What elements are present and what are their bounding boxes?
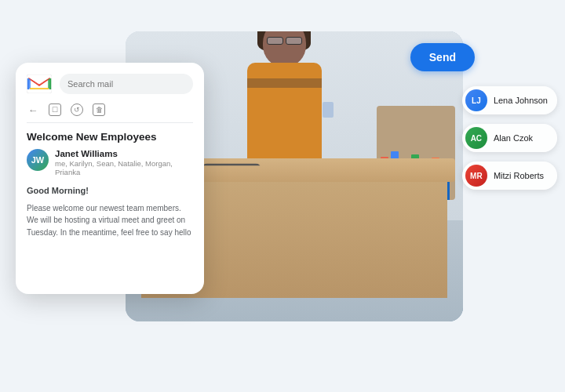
recipient-item-2: AC Alan Czok [462,124,557,152]
recipient-item-3: MR Mitzi Roberts [462,162,557,190]
sender-name: Janet Williams [55,149,193,158]
divider [27,122,193,123]
gmail-toolbar: ← ☐ ↺ 🗑 [16,100,204,122]
recipient-name-3: Mitzi Roberts [494,171,544,180]
sender-avatar: JW [27,149,49,171]
email-subject: Welcome New Employees [16,131,204,149]
recipients-panel: LJ Lena Johnson AC Alan Czok MR Mitzi Ro… [462,86,557,190]
sender-info: Janet Williams me, Karilyn, Sean, Natali… [55,149,193,176]
inbox-icon[interactable]: ☐ [49,103,61,116]
send-button[interactable]: Send [410,43,475,71]
recipient-item: LJ Lena Johnson [462,86,557,114]
recipient-name-1: Lena Johnson [494,96,548,105]
email-body-text: Please welcome our newest team members. … [27,202,193,239]
recipient-avatar-1: LJ [465,89,487,111]
back-icon[interactable]: ← [27,103,39,116]
recipient-avatar-3: MR [465,165,487,187]
person-body [247,63,322,165]
email-greeting: Good Morning! [27,184,193,198]
recipient-name-2: Alan Czok [494,133,533,143]
sender-to: me, Karilyn, Sean, Natalie, Morgan, Pria… [55,159,193,176]
gmail-search-input[interactable] [60,74,193,94]
sender-row: JW Janet Williams me, Karilyn, Sean, Nat… [16,149,204,184]
recipient-avatar-2: AC [465,127,487,149]
gmail-card: ← ☐ ↺ 🗑 Welcome New Employees JW Janet W… [16,63,204,294]
refresh-icon[interactable]: ↺ [71,103,83,116]
email-body: Good Morning! Please welcome our newest … [16,184,204,238]
gmail-logo-icon [27,74,52,93]
person-head [263,31,306,67]
gmail-header [16,63,204,100]
delete-icon[interactable]: 🗑 [93,103,105,116]
